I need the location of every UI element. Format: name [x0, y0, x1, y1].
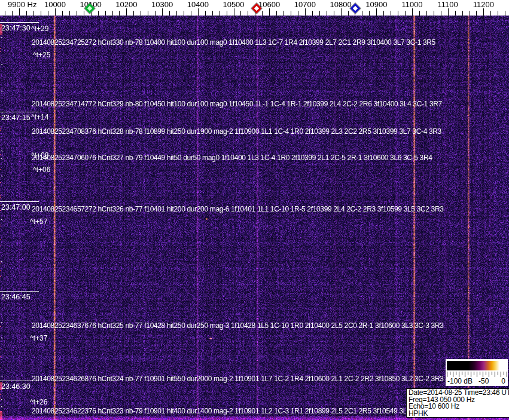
freq-minor-tick: [212, 11, 213, 16]
info-station-id: HPHK: [409, 410, 509, 418]
colorbar-tick: [462, 372, 462, 375]
colorbar-tick: [483, 372, 483, 377]
frequency-axis: 9900 Hz100001010010200103001040010500106…: [0, 0, 509, 16]
freq-minor-tick: [434, 11, 434, 16]
freq-major-tick: [55, 8, 56, 16]
freq-minor-tick: [69, 11, 70, 16]
detection-line: 20140825234725272 hCnt330 nb-78 f10400 h…: [32, 38, 435, 47]
freq-minor-tick: [12, 11, 13, 16]
freq-minor-tick: [419, 11, 420, 16]
colorbar-tick: [477, 372, 477, 377]
colorbar-tick: [507, 372, 507, 377]
freq-minor-tick: [155, 11, 156, 16]
freq-major-tick: [198, 8, 199, 16]
freq-minor-tick: [112, 11, 113, 16]
freq-minor-tick: [141, 11, 141, 16]
colorbar-label-mid: -50: [478, 377, 489, 385]
colorbar-tick: [450, 372, 450, 375]
edge-tick: `: [1, 111, 3, 119]
freq-minor-tick: [476, 11, 477, 16]
freq-minor-tick: [334, 11, 334, 16]
colorbar-tick: [501, 372, 501, 377]
colorbar-label-min: -100 dB: [447, 377, 473, 385]
time-gridline: [0, 22, 39, 23]
event-time-marker: ^t+29: [31, 24, 48, 33]
info-box: Date=2014-08-25 Time=23:46 UTC Freq=143 …: [406, 388, 509, 418]
edge-tick: `: [1, 90, 3, 99]
freq-minor-tick: [462, 11, 463, 16]
freq-minor-tick: [48, 11, 48, 16]
freq-axis-label: 11000: [401, 0, 422, 9]
edge-tick: `: [1, 375, 3, 384]
freq-major-tick: [412, 8, 413, 16]
edge-tick: `: [1, 174, 3, 183]
freq-major-tick: [234, 8, 234, 16]
colorbar-gradient: [447, 361, 507, 370]
colorbar-tick: [453, 372, 453, 377]
detection-line: 20140825234622376 hCnt323 nb-79 f10901 h…: [32, 407, 423, 415]
detection-line: 20140825234626876 hCnt324 nb-77 f10901 h…: [32, 375, 444, 383]
freq-minor-tick: [119, 11, 120, 16]
freq-minor-tick: [391, 11, 391, 16]
freq-minor-tick: [77, 11, 77, 16]
freq-minor-tick: [455, 11, 456, 16]
freq-axis-label: 10200: [115, 0, 137, 9]
time-gridline: [0, 291, 39, 292]
freq-major-tick: [448, 8, 449, 16]
colorbar-tick: [495, 372, 495, 377]
edge-tick: `: [1, 157, 3, 166]
freq-minor-tick: [248, 11, 248, 16]
time-label: 23:46:30: [1, 382, 31, 391]
freq-minor-tick: [348, 11, 349, 16]
freq-minor-tick: [98, 11, 99, 16]
freq-major-tick: [269, 8, 270, 16]
colorbar: -100 dB -50 0: [446, 359, 508, 386]
freq-minor-tick: [62, 11, 63, 16]
freq-minor-tick: [284, 11, 284, 16]
event-time-marker: ^t+14: [31, 113, 48, 121]
freq-minor-tick: [262, 11, 263, 16]
colorbar-tick: [489, 372, 489, 377]
time-label: 23:47:15: [1, 114, 31, 122]
detection-line: 20140825234657272 hCnt326 nb-77 f10401 h…: [32, 205, 444, 213]
freq-minor-tick: [398, 11, 398, 16]
freq-axis-label: 10500: [223, 0, 244, 9]
time-label: 23:47:30: [1, 24, 31, 32]
freq-major-tick: [483, 8, 484, 16]
freq-axis-label: 10000: [44, 0, 66, 9]
edge-tick: `: [1, 36, 3, 45]
freq-major-tick: [162, 8, 163, 16]
freq-minor-tick: [327, 11, 327, 16]
colorbar-tick: [465, 372, 465, 377]
freq-minor-tick: [505, 11, 505, 16]
time-gridline: [0, 201, 39, 202]
freq-major-tick: [19, 8, 20, 16]
overlay-layer: 23:47:3023:47:1523:47:0023:46:4523:46:30…: [0, 0, 509, 420]
freq-minor-tick: [220, 11, 220, 16]
freq-minor-tick: [383, 11, 384, 16]
edge-tick: `: [1, 405, 3, 414]
event-time-marker: ^t+37: [30, 334, 47, 342]
colorbar-tick: [504, 372, 504, 375]
colorbar-tick: [498, 372, 498, 375]
freq-minor-tick: [33, 11, 34, 16]
freq-minor-tick: [191, 11, 191, 16]
freq-minor-tick: [298, 11, 298, 16]
freq-minor-tick: [176, 11, 177, 16]
freq-minor-tick: [490, 11, 491, 16]
freq-minor-tick: [470, 11, 470, 16]
blue-diamond-marker[interactable]: [350, 4, 361, 14]
freq-axis-label: 10400: [187, 0, 209, 9]
freq-minor-tick: [5, 11, 5, 16]
freq-minor-tick: [148, 11, 148, 16]
freq-major-tick: [341, 8, 342, 16]
freq-minor-tick: [426, 11, 427, 16]
freq-axis-label: 10300: [151, 0, 173, 9]
event-time-marker: ^t+26: [30, 398, 47, 406]
colorbar-tick: [459, 372, 459, 377]
detection-line: 20140825234637676 hCnt325 nb-77 f10428 h…: [32, 321, 444, 330]
freq-minor-tick: [227, 11, 227, 16]
freq-major-tick: [305, 8, 306, 16]
time-gridline: [0, 112, 39, 112]
event-time-marker: ^t+57: [30, 217, 47, 226]
